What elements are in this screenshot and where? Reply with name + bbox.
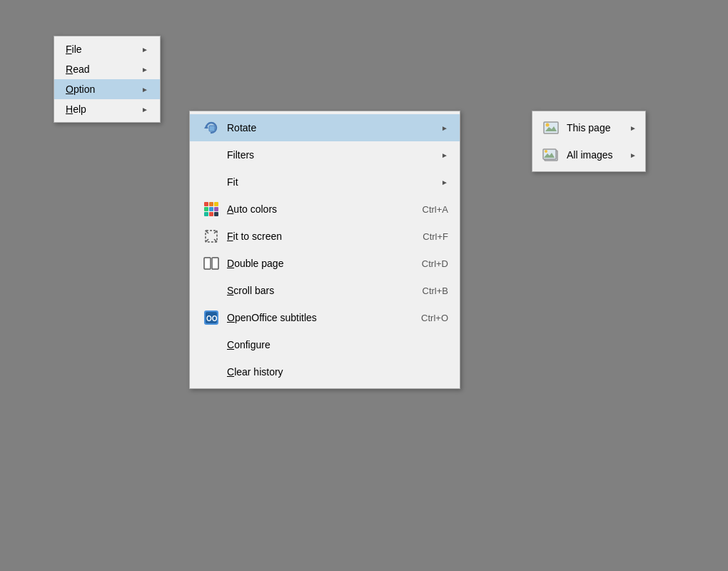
submenu-item-rotate-arrow: ► (441, 124, 448, 132)
svg-point-15 (546, 123, 550, 127)
submenu-item-openoffice[interactable]: OO OpenOffice subtitles Ctrl+O (190, 304, 460, 331)
fit-icon-placeholder (201, 173, 221, 191)
submenu-item-fit-to-screen-shortcut: Ctrl+F (423, 231, 448, 242)
svg-rect-1 (209, 126, 215, 131)
menu-item-read-label: Read (66, 64, 89, 75)
menu-item-help-label: Help (66, 103, 86, 115)
svg-point-19 (545, 150, 547, 153)
svg-rect-7 (204, 258, 211, 269)
submenu-item-fit-to-screen[interactable]: Fit to screen Ctrl+F (190, 223, 460, 250)
submenu-item-rotate[interactable]: Rotate ► (190, 114, 460, 141)
submenu-item-auto-colors-label: Auto colors (227, 203, 394, 215)
rotate-submenu: This page ► All images ► (532, 111, 646, 172)
menu-item-file-label: File (66, 44, 82, 55)
configure-icon-placeholder (201, 336, 221, 353)
svg-rect-8 (212, 258, 218, 269)
rotate-submenu-item-this-page-arrow: ► (630, 124, 637, 132)
menu-item-read-arrow: ► (141, 66, 148, 74)
menu-item-option[interactable]: Option ► (54, 79, 160, 99)
submenu-item-double-page-label: Double page (227, 258, 393, 269)
rotate-submenu-item-all-images-label: All images (567, 149, 624, 161)
submenu-item-auto-colors[interactable]: Auto colors Ctrl+A (190, 196, 460, 223)
all-images-icon (541, 146, 561, 163)
rotate-icon (201, 119, 221, 136)
submenu-item-double-page[interactable]: Double page Ctrl+D (190, 250, 460, 277)
menu-item-help[interactable]: Help ► (54, 99, 160, 119)
submenu-item-openoffice-label: OpenOffice subtitles (227, 312, 393, 323)
svg-text:OO: OO (206, 315, 218, 323)
clear-history-icon-placeholder (201, 363, 221, 380)
submenu-item-filters-arrow: ► (441, 151, 448, 159)
main-menu: File ► Read ► Option ► Help ► (54, 36, 161, 123)
menu-item-option-label: Option (66, 84, 95, 95)
svg-rect-13 (544, 122, 558, 133)
submenu-item-scroll-bars-shortcut: Ctrl+B (423, 286, 448, 296)
submenu-item-openoffice-shortcut: Ctrl+O (421, 313, 448, 323)
submenu-item-fit[interactable]: Fit ► (190, 168, 460, 196)
submenu-item-configure-label: Configure (227, 339, 448, 350)
submenu-item-fit-arrow: ► (441, 178, 448, 186)
rotate-submenu-item-all-images[interactable]: All images ► (532, 141, 645, 168)
auto-colors-icon (201, 201, 221, 218)
rotate-submenu-item-this-page[interactable]: This page ► (532, 114, 645, 141)
rotate-submenu-item-this-page-label: This page (567, 122, 624, 133)
submenu-item-configure[interactable]: Configure (190, 331, 460, 358)
submenu-item-fit-to-screen-label: Fit to screen (227, 231, 394, 242)
menu-item-option-arrow: ► (141, 86, 148, 94)
submenu-item-clear-history-label: Clear history (227, 366, 448, 378)
submenu-item-clear-history[interactable]: Clear history (190, 358, 460, 385)
scroll-bars-icon-placeholder (201, 282, 221, 299)
menu-item-help-arrow: ► (141, 106, 148, 113)
submenu-item-rotate-label: Rotate (227, 122, 435, 133)
menu-item-file[interactable]: File ► (54, 39, 160, 59)
double-page-icon (201, 255, 221, 272)
submenu-item-double-page-shortcut: Ctrl+D (422, 258, 448, 269)
submenu-item-scroll-bars[interactable]: Scroll bars Ctrl+B (190, 277, 460, 304)
submenu-item-filters[interactable]: Filters ► (190, 141, 460, 168)
openoffice-icon: OO (201, 309, 221, 326)
rotate-submenu-item-all-images-arrow: ► (630, 151, 637, 159)
option-submenu: Rotate ► Filters ► Fit ► Auto c (189, 111, 460, 389)
submenu-item-scroll-bars-label: Scroll bars (227, 285, 394, 296)
submenu-item-fit-label: Fit (227, 176, 435, 188)
submenu-item-auto-colors-shortcut: Ctrl+A (423, 204, 448, 215)
fit-to-screen-icon (201, 228, 221, 245)
menu-item-read[interactable]: Read ► (54, 59, 160, 79)
menu-item-file-arrow: ► (141, 46, 148, 54)
this-page-icon (541, 119, 561, 136)
filters-icon-placeholder (201, 146, 221, 163)
submenu-item-filters-label: Filters (227, 149, 435, 161)
